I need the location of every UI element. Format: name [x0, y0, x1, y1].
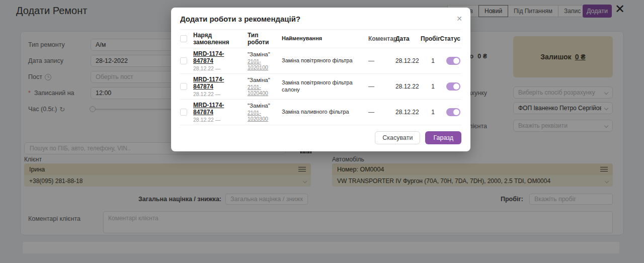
col-name: Найменування	[282, 33, 368, 44]
table-header-row: Наряд замовлення Тип роботи Найменування…	[180, 30, 461, 48]
date-value: 28.12.22	[395, 81, 421, 92]
mileage-value: 1	[421, 81, 439, 92]
add-repair-page: Додати Ремонт Резерв Новий Під Питанням …	[0, 0, 644, 263]
select-all-checkbox[interactable]	[180, 35, 187, 42]
status-toggle[interactable]	[446, 57, 460, 65]
work-code-link[interactable]: 2101-1020400	[248, 84, 278, 96]
mileage-value: 1	[421, 107, 439, 118]
modal-close-icon[interactable]: ✕	[456, 15, 462, 23]
work-type: "Заміна"	[248, 103, 278, 109]
work-type: "Заміна"	[248, 51, 278, 57]
table-row: MRD-1174-847874 28.12.22 — "Заміна" 2101…	[180, 100, 461, 125]
col-type: Тип роботи	[248, 30, 282, 48]
mileage-value: 1	[421, 55, 439, 66]
modal-footer: Скасувати Гаразд	[180, 131, 461, 144]
order-date: 28.12.22 —	[193, 91, 244, 97]
comment-value: —	[368, 107, 395, 118]
col-comment: Коментар	[368, 33, 395, 44]
col-date: Дата	[395, 33, 421, 44]
order-link[interactable]: MRD-1174-847874	[193, 76, 244, 90]
date-value: 28.12.22	[395, 107, 421, 118]
comment-value: —	[368, 55, 395, 66]
col-status: Статус	[439, 33, 461, 44]
comment-value: —	[368, 81, 395, 92]
recommendations-table: Наряд замовлення Тип роботи Найменування…	[180, 29, 461, 125]
cancel-button[interactable]: Скасувати	[375, 131, 420, 144]
table-row: MRD-1174-847874 28.12.22 — "Заміна" 2101…	[180, 48, 461, 74]
recommendations-modal: Додати роботи з рекомендацій? ✕ Наряд за…	[171, 8, 470, 151]
col-order: Наряд замовлення	[193, 30, 248, 48]
work-name: Заміна повітряного фільтра	[282, 55, 368, 66]
row-checkbox[interactable]	[180, 109, 187, 116]
order-date: 28.12.22 —	[193, 65, 244, 71]
order-link[interactable]: MRD-1174-847874	[193, 102, 244, 116]
work-name: Заміна паливного фільтра	[282, 107, 368, 118]
work-code-link[interactable]: 2101-1020100	[248, 58, 278, 70]
order-date: 28.12.22 —	[193, 117, 244, 123]
status-toggle[interactable]	[446, 82, 460, 91]
row-checkbox[interactable]	[180, 57, 187, 64]
ok-button[interactable]: Гаразд	[425, 131, 461, 144]
modal-title: Додати роботи з рекомендацій?	[180, 15, 461, 23]
row-checkbox[interactable]	[180, 83, 187, 90]
col-mileage: Пробіг	[421, 33, 439, 44]
work-name: Заміна повітряного фільтра салону	[282, 77, 368, 96]
status-toggle[interactable]	[446, 108, 460, 116]
table-row: MRD-1174-847874 28.12.22 — "Заміна" 2101…	[180, 74, 461, 100]
date-value: 28.12.22	[395, 55, 421, 66]
work-type: "Заміна"	[248, 77, 278, 83]
work-code-link[interactable]: 2101-1020300	[248, 110, 278, 122]
order-link[interactable]: MRD-1174-847874	[193, 50, 244, 64]
